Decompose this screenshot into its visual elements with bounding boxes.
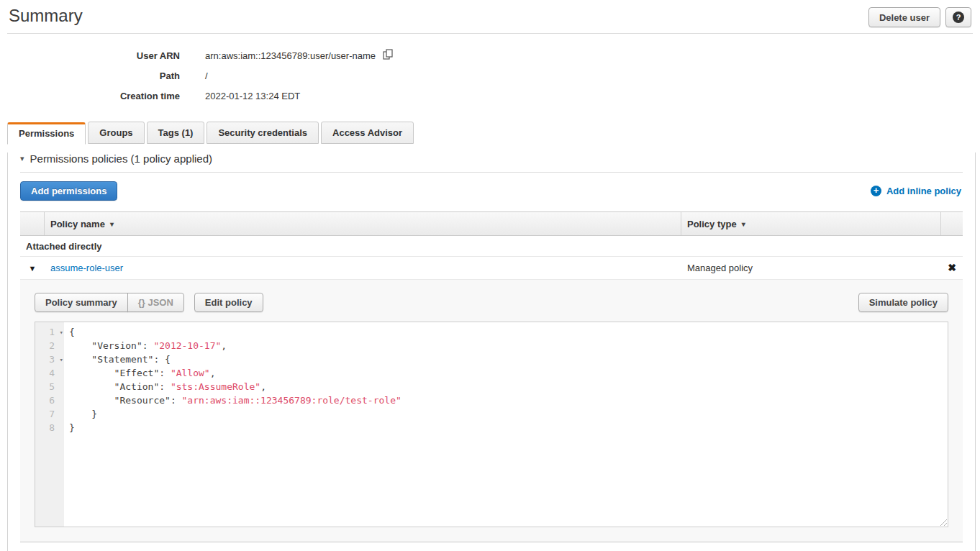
- attached-directly-group-row: Attached directly: [20, 236, 963, 257]
- code-line: }: [64, 421, 948, 434]
- tab-tags[interactable]: Tags (1): [147, 122, 205, 144]
- path-row: Path /: [0, 65, 980, 86]
- row-expander-icon[interactable]: ▼: [20, 264, 45, 273]
- collapse-caret-icon: ▾: [20, 154, 24, 163]
- line-number: 3▾: [35, 352, 64, 366]
- line-number: 5: [35, 380, 64, 393]
- tab-bar: Permissions Groups Tags (1) Security cre…: [7, 122, 980, 144]
- line-number: 8: [35, 421, 64, 434]
- code-line: }: [64, 407, 948, 421]
- sort-caret-icon[interactable]: ▾: [110, 220, 114, 228]
- code-line: "Statement": {: [64, 352, 948, 366]
- tab-security-credentials[interactable]: Security credentials: [207, 122, 319, 144]
- code-line: "Effect": "Allow",: [64, 366, 948, 380]
- simulate-policy-button[interactable]: Simulate policy: [858, 293, 948, 312]
- edit-policy-button[interactable]: Edit policy: [194, 293, 263, 312]
- policy-type-column-header[interactable]: Policy type ▾: [681, 212, 941, 235]
- title-divider: [7, 33, 973, 34]
- tab-permissions[interactable]: Permissions: [7, 122, 86, 145]
- permissions-policies-heading: Permissions policies (1 policy applied): [30, 152, 212, 165]
- json-view-button[interactable]: {} JSON: [127, 293, 184, 312]
- user-arn-value-wrap: arn:aws:iam::123456789:user/user-name: [205, 49, 394, 62]
- policy-detail-buttons: Policy summary {} JSON Edit policy Simul…: [35, 293, 948, 312]
- policy-name-column-header[interactable]: Policy name ▾: [45, 212, 681, 235]
- editor-code-area: { "Version": "2012-10-17", "Statement": …: [64, 325, 948, 434]
- policy-type-cell: Managed policy: [681, 263, 941, 273]
- question-mark-icon: ?: [953, 12, 964, 23]
- policy-name-header-label: Policy name: [50, 219, 105, 229]
- policy-row: ▼ assume-role-user Managed policy ✖: [20, 257, 963, 279]
- plus-circle-icon: +: [871, 186, 881, 196]
- permissions-tab-panel: ▾ Permissions policies (1 policy applied…: [7, 152, 976, 551]
- iam-user-summary-page: Summary Delete user ? User ARN arn:aws:i…: [0, 0, 980, 551]
- section-divider: [20, 172, 963, 173]
- code-line: "Resource": "arn:aws:iam::123456789:role…: [64, 393, 948, 407]
- header-actions: Delete user ?: [868, 7, 971, 27]
- user-arn-row: User ARN arn:aws:iam::123456789:user/use…: [0, 45, 980, 65]
- tab-access-advisor[interactable]: Access Advisor: [321, 122, 414, 144]
- policy-table-header: Policy name ▾ Policy type ▾: [20, 211, 963, 236]
- line-number: 7: [35, 407, 64, 421]
- editor-resize-handle[interactable]: [938, 517, 947, 526]
- fold-arrow-icon[interactable]: ▾: [60, 326, 63, 340]
- page-title: Summary: [9, 6, 83, 26]
- policy-json-editor[interactable]: 1▾23▾45678 { "Version": "2012-10-17", "S…: [35, 322, 948, 527]
- help-button[interactable]: ?: [945, 7, 971, 27]
- editor-gutter: 1▾23▾45678: [35, 325, 64, 527]
- line-number: 6: [35, 393, 64, 407]
- path-label: Path: [0, 70, 180, 81]
- line-number: 1▾: [35, 325, 64, 339]
- fold-arrow-icon[interactable]: ▾: [60, 353, 63, 367]
- policy-name-link[interactable]: assume-role-user: [50, 263, 123, 273]
- add-inline-policy-link[interactable]: + Add inline policy: [871, 186, 961, 196]
- line-number: 4: [35, 366, 64, 380]
- code-line: "Action": "sts:AssumeRole",: [64, 380, 948, 393]
- user-info-section: User ARN arn:aws:iam::123456789:user/use…: [0, 45, 980, 106]
- add-inline-policy-label: Add inline policy: [886, 186, 961, 196]
- user-arn-label: User ARN: [0, 50, 180, 61]
- code-line: {: [64, 325, 948, 339]
- policy-detail-expanded: Policy summary {} JSON Edit policy Simul…: [20, 279, 963, 542]
- policy-view-toggle: Policy summary {} JSON: [35, 293, 184, 312]
- creation-time-row: Creation time 2022-01-12 13:24 EDT: [0, 86, 980, 106]
- code-line: "Version": "2012-10-17",: [64, 339, 948, 352]
- add-permissions-button[interactable]: Add permissions: [20, 181, 117, 201]
- permissions-policies-toggle[interactable]: ▾ Permissions policies (1 policy applied…: [20, 152, 963, 165]
- path-value: /: [205, 70, 208, 81]
- policy-summary-button[interactable]: Policy summary: [35, 293, 128, 312]
- user-arn-value: arn:aws:iam::123456789:user/user-name: [205, 50, 376, 61]
- actions-column-header: [941, 212, 963, 235]
- detach-policy-x-icon[interactable]: ✖: [948, 262, 956, 273]
- expander-column-header: [20, 212, 45, 235]
- copy-icon[interactable]: [383, 49, 394, 62]
- creation-time-value: 2022-01-12 13:24 EDT: [205, 91, 300, 101]
- line-number: 2: [35, 339, 64, 352]
- page-header: Summary Delete user ?: [0, 0, 980, 27]
- delete-user-button[interactable]: Delete user: [868, 7, 940, 27]
- policy-type-header-label: Policy type: [687, 219, 737, 229]
- creation-time-label: Creation time: [0, 91, 180, 101]
- sort-caret-icon[interactable]: ▾: [742, 220, 745, 228]
- policy-table: Policy name ▾ Policy type ▾ Attached dir…: [20, 211, 963, 542]
- policy-actions-row: Add permissions + Add inline policy: [20, 181, 963, 201]
- tab-groups[interactable]: Groups: [88, 122, 144, 144]
